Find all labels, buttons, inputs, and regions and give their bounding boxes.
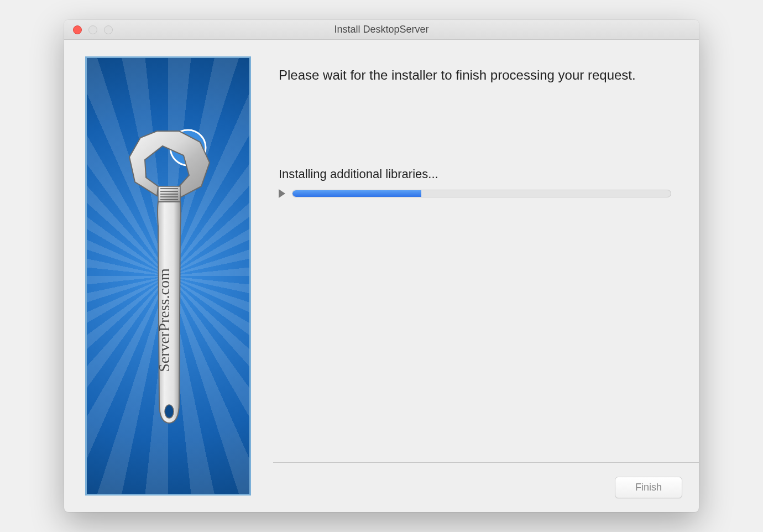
traffic-lights <box>64 25 113 34</box>
sidebar-branding-image: S <box>85 56 251 496</box>
finish-button[interactable]: Finish <box>615 477 682 498</box>
main-panel: Please wait for the installer to finish … <box>268 40 699 512</box>
footer-bar: Finish <box>273 462 699 512</box>
instruction-text: Please wait for the installer to finish … <box>279 66 671 84</box>
progress-status-text: Installing additional libraries... <box>279 167 671 181</box>
wrench-icon: S <box>87 58 249 494</box>
progress-bar <box>292 190 671 197</box>
brand-text: ServerPress.com <box>155 268 173 372</box>
installer-window: Install DesktopServer S <box>64 20 699 512</box>
svg-point-7 <box>165 405 174 418</box>
close-window-button[interactable] <box>73 25 82 34</box>
progress-bar-fill <box>292 190 421 197</box>
minimize-window-button[interactable] <box>88 25 97 34</box>
progress-row <box>279 189 671 198</box>
disclosure-triangle-icon[interactable] <box>279 189 285 198</box>
titlebar: Install DesktopServer <box>64 20 699 40</box>
wrench-head-icon <box>129 131 210 202</box>
wrench-handle-icon: ServerPress.com <box>155 202 181 423</box>
maximize-window-button[interactable] <box>104 25 113 34</box>
content-area: S <box>64 40 699 512</box>
window-title: Install DesktopServer <box>64 24 699 35</box>
